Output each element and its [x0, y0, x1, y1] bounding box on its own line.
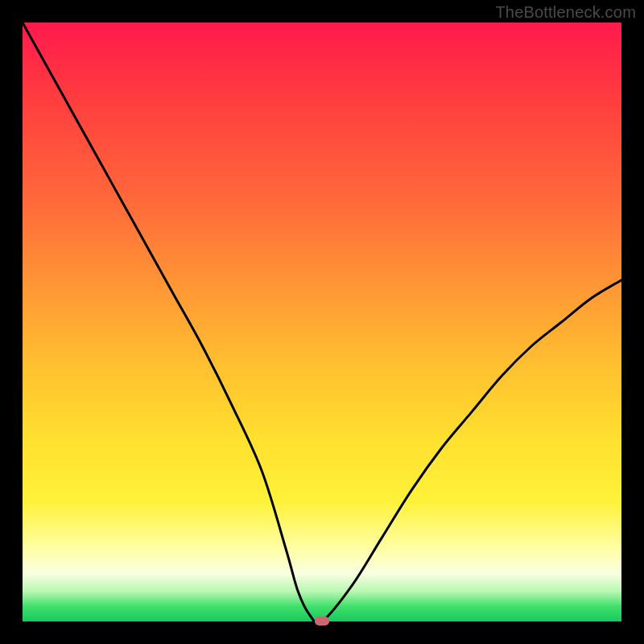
minimum-marker [315, 617, 329, 625]
watermark-text: TheBottleneck.com [495, 3, 636, 22]
outer-frame: TheBottleneck.com [0, 0, 644, 644]
bottleneck-curve [23, 23, 621, 621]
plot-area [23, 23, 621, 621]
